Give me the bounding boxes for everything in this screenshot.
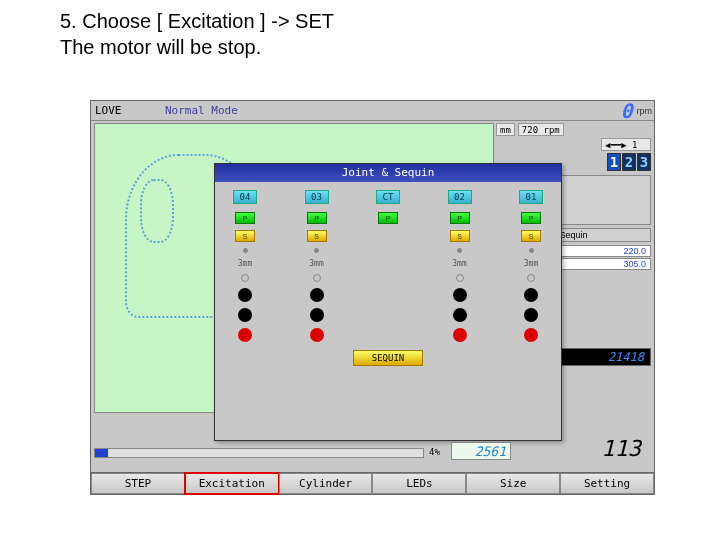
- speed-unit: rpm: [637, 106, 653, 116]
- hdr-04[interactable]: 04: [233, 190, 257, 204]
- caption-line1: 5. Choose [ Excitation ] -> SET: [60, 8, 334, 34]
- indicator-black: [453, 288, 467, 302]
- ring-icon: [527, 274, 535, 282]
- indicator-red: [453, 328, 467, 342]
- bottom-tabs: STEP Excitation Cylinder LEDs Size Setti…: [91, 472, 654, 494]
- sequin-button[interactable]: SEQUIN: [353, 350, 423, 366]
- dot-icon: [314, 248, 319, 253]
- indicator-black: [524, 288, 538, 302]
- progress-label: 4%: [429, 447, 440, 457]
- main-area: mm 720 rpm ◀━━▶ 1 1 2 3 AX -886 AY +1 RX…: [94, 123, 651, 444]
- p-btn-04[interactable]: P: [235, 212, 255, 224]
- tab-cylinder[interactable]: Cylinder: [279, 473, 373, 494]
- tab-size[interactable]: Size: [466, 473, 560, 494]
- hdr-ct[interactable]: CT: [376, 190, 400, 204]
- ring-icon: [241, 274, 249, 282]
- digit-3[interactable]: 3: [637, 153, 651, 171]
- tab-leds[interactable]: LEDs: [372, 473, 466, 494]
- s-btn-03[interactable]: S: [307, 230, 327, 242]
- indicator-red: [238, 328, 252, 342]
- tab-excitation[interactable]: Excitation: [185, 473, 279, 494]
- ring-icon: [456, 274, 464, 282]
- dialog-title: Joint & Sequin: [215, 164, 561, 182]
- hdr-03[interactable]: 03: [305, 190, 329, 204]
- range-b: 720 rpm: [518, 123, 564, 136]
- s-btn-02[interactable]: S: [450, 230, 470, 242]
- step-value: 2561: [451, 442, 511, 460]
- indicator-black: [238, 308, 252, 322]
- speed-value: 0: [620, 99, 632, 123]
- tab-setting[interactable]: Setting: [560, 473, 654, 494]
- tab-step[interactable]: STEP: [91, 473, 185, 494]
- title-bar: LOVE Normal Mode 0 rpm: [91, 101, 654, 121]
- size-03: 3mm: [305, 259, 329, 268]
- column-headers: 04 03 CT 02 01: [233, 190, 543, 204]
- dot-icon: [457, 248, 462, 253]
- progress-bar: [94, 448, 424, 458]
- indicator-black: [453, 308, 467, 322]
- dot-icon: [529, 248, 534, 253]
- indicator-black: [310, 308, 324, 322]
- digit-slider[interactable]: ◀━━▶ 1: [601, 138, 651, 151]
- joint-sequin-dialog: Joint & Sequin 04 03 CT 02 01 P P P P P: [214, 163, 562, 441]
- range-a: mm: [496, 123, 515, 136]
- hdr-02[interactable]: 02: [448, 190, 472, 204]
- instruction-text: 5. Choose [ Excitation ] -> SET The moto…: [60, 8, 334, 60]
- product-name: LOVE: [95, 104, 165, 117]
- p-btn-03[interactable]: P: [307, 212, 327, 224]
- caption-line2: The motor will be stop.: [60, 34, 334, 60]
- s-btn-04[interactable]: S: [235, 230, 255, 242]
- ring-icon: [313, 274, 321, 282]
- status-bar: 4% 2561 113: [94, 430, 651, 464]
- dot-icon: [243, 248, 248, 253]
- size-01: 3mm: [519, 259, 543, 268]
- p-btn-ct[interactable]: P: [378, 212, 398, 224]
- digit-1[interactable]: 1: [607, 153, 621, 171]
- speed-readout: 0 rpm: [620, 102, 652, 120]
- p-btn-02[interactable]: P: [450, 212, 470, 224]
- app-window: LOVE Normal Mode 0 rpm mm 720 rpm ◀━━▶ 1…: [90, 100, 655, 495]
- indicator-black: [524, 308, 538, 322]
- p-btn-01[interactable]: P: [521, 212, 541, 224]
- design-number: 113: [601, 436, 641, 461]
- indicator-red: [310, 328, 324, 342]
- progress-fill: [95, 449, 108, 457]
- mode-label: Normal Mode: [165, 104, 238, 117]
- size-02: 3mm: [448, 259, 472, 268]
- size-04: 3mm: [233, 259, 257, 268]
- s-btn-01[interactable]: S: [521, 230, 541, 242]
- hdr-01[interactable]: 01: [519, 190, 543, 204]
- digit-2[interactable]: 2: [622, 153, 636, 171]
- indicator-black: [310, 288, 324, 302]
- indicator-black: [238, 288, 252, 302]
- indicator-red: [524, 328, 538, 342]
